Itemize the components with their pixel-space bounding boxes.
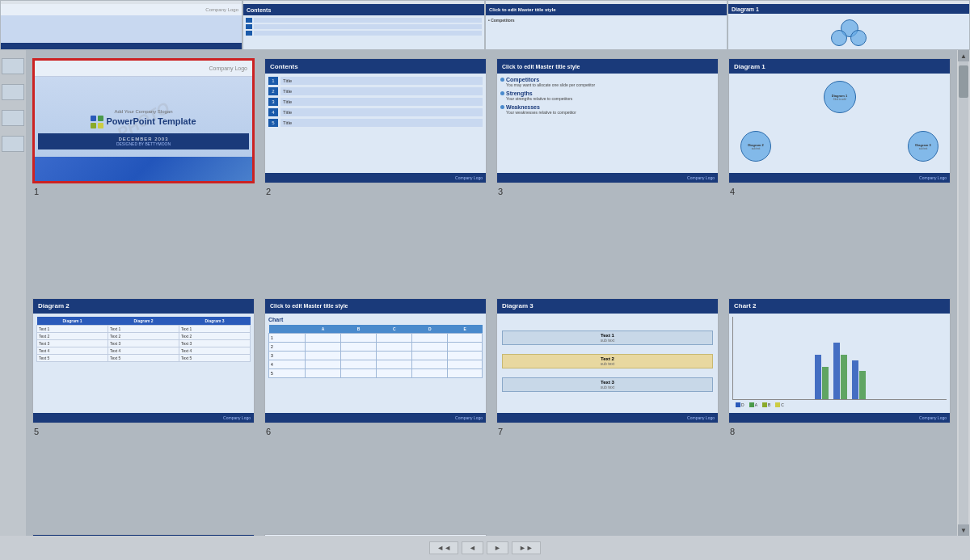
bar-2b — [841, 355, 847, 399]
slide7-number: 7 — [496, 427, 719, 436]
slide3-competitors: Competitors You may want to allocate one… — [500, 77, 715, 87]
slide3-number: 3 — [496, 187, 719, 196]
top-strip-1-company: Company Logo — [205, 7, 238, 12]
prev-button[interactable]: ◄ — [462, 541, 483, 554]
slide-thumb-5[interactable]: Diagram 2 Diagram 1 Diagram 2 Diagram 3 … — [32, 298, 255, 423]
top-strip-slide-1[interactable]: Company Logo — [0, 0, 242, 50]
left-panel-slide-3 — [2, 110, 24, 126]
slide5-table: Diagram 1 Diagram 2 Diagram 3 Text 1Text… — [36, 317, 251, 362]
slide-thumb-9[interactable]: Chart 3 5 4 — [32, 534, 255, 536]
slide-thumb-10[interactable]: Company Logo Add Your Company Slogan — [264, 534, 487, 536]
right-scrollbar[interactable]: ▲ ▼ — [957, 50, 970, 536]
contents-row-3: 3 Title — [268, 98, 483, 106]
slide1-designed: DESIGNED BY BETTYMOON — [41, 141, 246, 146]
slide7-title: Diagram 3 — [502, 302, 534, 309]
slide1-logo-icon — [91, 116, 103, 128]
slide6-number: 6 — [264, 427, 487, 436]
bar-1b — [822, 367, 829, 399]
top-strip-4-title: Diagram 1 — [732, 6, 759, 12]
slide8-title: Chart 2 — [734, 302, 757, 309]
slide7-row-1: Text 1 sub text — [502, 331, 713, 345]
slide6-table: A B C D E 1 2 3 4 5 — [268, 325, 483, 378]
contents-row-1: 1 Title — [268, 77, 483, 85]
slide5-company: Company Logo — [223, 415, 251, 420]
slide-thumb-4[interactable]: Diagram 1 Diagram 1 Click to add Diagram… — [728, 58, 951, 183]
slide7-row-2: Text 2 sub text — [502, 354, 713, 368]
slide-thumb-8[interactable]: Chart 2 — [728, 298, 951, 423]
slide3-weaknesses: Weaknesses Your weaknesses relative to c… — [500, 104, 715, 115]
slide6-chart-label: Chart — [268, 317, 483, 322]
top-strip-slide-3[interactable]: Click to edit Master title style • Compe… — [485, 0, 728, 50]
bar-3b — [859, 371, 866, 399]
slide-thumb-7[interactable]: Diagram 3 Text 1 sub text Text 2 — [496, 298, 719, 423]
slide3-company: Company Logo — [687, 175, 715, 180]
slide3-strengths: Strengths Your strengths relative to com… — [500, 91, 715, 101]
contents-row-5: 5 Title — [268, 119, 483, 127]
top-strip-2-title: Contents — [247, 7, 271, 13]
slide2-number: 2 — [264, 187, 487, 196]
slides-grid-area: Company Logo Add Your Company Slogan — [26, 50, 957, 536]
next-button[interactable]: ► — [487, 541, 508, 554]
slide6-title: Click to edit Master title style — [270, 303, 348, 309]
left-panel-slide-4 — [2, 136, 24, 152]
slide-container-10: Company Logo Add Your Company Slogan — [264, 534, 487, 536]
slide-container-5: Diagram 2 Diagram 1 Diagram 2 Diagram 3 … — [32, 298, 255, 528]
d1-circle-top: Diagram 1 Click to add — [824, 81, 856, 113]
d1-circle-right: Diagram 3 sub text — [908, 131, 938, 162]
svg-rect-1 — [98, 116, 103, 121]
bottom-bar: ◄◄ ◄ ► ►► — [0, 536, 970, 560]
slide3-title: Click to edit Master title style — [502, 64, 580, 69]
slide2-title: Contents — [270, 63, 298, 70]
bar-group-3 — [852, 360, 866, 399]
slide1-number: 1 — [32, 187, 255, 196]
slide-thumb-3[interactable]: Click to edit Master title style Competi… — [496, 58, 719, 183]
slide1-title: PowerPoint Template — [106, 116, 196, 127]
bar-3a — [852, 360, 858, 399]
scroll-up-arrow[interactable]: ▲ — [958, 50, 969, 61]
last-button[interactable]: ►► — [512, 541, 541, 554]
slide-thumb-6[interactable]: Click to edit Master title style Chart A… — [264, 298, 487, 423]
top-strip-slide-2[interactable]: Contents — [242, 0, 485, 50]
top-strip-3-sub: • Competitors — [488, 18, 724, 23]
slide-container-1: Company Logo Add Your Company Slogan — [32, 58, 255, 288]
slide7-company: Company Logo — [687, 415, 715, 420]
bar-1a — [815, 355, 821, 399]
slide-container-9: Chart 3 5 4 — [32, 534, 255, 536]
slide4-number: 4 — [728, 187, 951, 196]
slide1-slogan: Add Your Company Slogan — [114, 109, 172, 114]
slide2-company: Company Logo — [455, 175, 483, 180]
top-strip-3-title: Click to edit Master title style — [489, 7, 556, 12]
slide1-company: Company Logo — [209, 65, 247, 71]
slide8-company: Company Logo — [919, 415, 947, 420]
slide-thumb-2[interactable]: Contents 1 Title 2 Title 3 Ti — [264, 58, 487, 183]
first-button[interactable]: ◄◄ — [429, 541, 458, 554]
top-strip: Company Logo Contents Click to edit Mast… — [0, 0, 970, 50]
empty-cell-2 — [728, 534, 951, 536]
empty-cell-1 — [496, 534, 719, 536]
scroll-down-arrow[interactable]: ▼ — [958, 524, 969, 536]
slide-container-4: Diagram 1 Diagram 1 Click to add Diagram… — [728, 58, 951, 288]
slide5-title: Diagram 2 — [38, 302, 70, 309]
slide5-number: 5 — [32, 427, 255, 436]
slide8-legend: D A B C — [732, 400, 947, 410]
slide-container-3: Click to edit Master title style Competi… — [496, 58, 719, 288]
main-content: Company Logo Add Your Company Slogan — [0, 50, 970, 536]
slide-thumb-1[interactable]: Company Logo Add Your Company Slogan — [32, 58, 255, 183]
slide8-number: 8 — [728, 427, 951, 436]
slide-container-8: Chart 2 — [728, 298, 951, 528]
slide4-title: Diagram 1 — [734, 63, 765, 70]
slide-container-7: Diagram 3 Text 1 sub text Text 2 — [496, 298, 719, 528]
d1-circle-left: Diagram 2 sub text — [740, 131, 771, 162]
scrollbar-track[interactable] — [959, 61, 968, 524]
top-strip-slide-4[interactable]: Diagram 1 — [728, 0, 970, 50]
slide7-row-3: Text 3 sub text — [502, 377, 713, 392]
scrollbar-thumb[interactable] — [959, 65, 968, 98]
left-panel-slide-2 — [2, 84, 24, 100]
slide6-company: Company Logo — [455, 415, 483, 420]
slide-container-6: Click to edit Master title style Chart A… — [264, 298, 487, 528]
svg-rect-0 — [91, 116, 96, 121]
slide-container-2: Contents 1 Title 2 Title 3 Ti — [264, 58, 487, 288]
bar-2a — [833, 343, 840, 399]
left-panel-slide-1 — [2, 58, 24, 74]
bar-group-1 — [815, 355, 829, 399]
